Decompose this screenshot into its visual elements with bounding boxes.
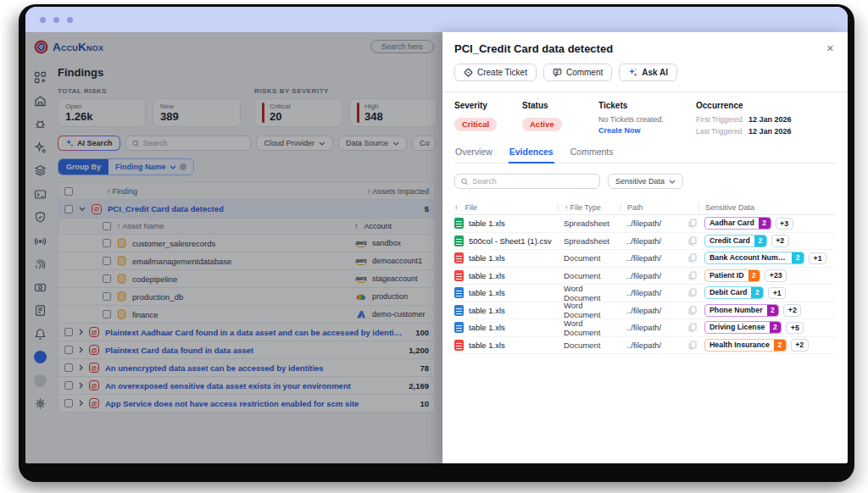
high-card[interactable]: High348: [349, 98, 437, 127]
col-file[interactable]: File: [465, 203, 478, 212]
evidence-search[interactable]: [454, 174, 600, 189]
more-tags-pill[interactable]: +3: [776, 218, 793, 230]
col-asset-name[interactable]: Asset Name: [123, 222, 164, 230]
finding-row[interactable]: @ An unencrypted data asset can be acces…: [58, 359, 435, 377]
col-sensitive-data[interactable]: Sensitive Data: [698, 203, 836, 212]
finding-row-expanded[interactable]: @ PCI_Credit Card data detected 5: [58, 200, 435, 219]
report-icon[interactable]: [34, 304, 47, 317]
terminal-icon[interactable]: [34, 188, 47, 201]
ai-sparkle-icon[interactable]: [34, 141, 47, 154]
evidence-row[interactable]: table 1.xls Document ../filepath/ Patien…: [454, 268, 836, 285]
tab-comments[interactable]: Comments: [570, 144, 615, 163]
row-checkbox[interactable]: [64, 346, 73, 354]
open-risks-card[interactable]: Open1.26k: [58, 98, 146, 127]
col-assets-impacted[interactable]: Assets Impacted: [372, 187, 429, 196]
row-checkbox[interactable]: [103, 310, 111, 319]
evidence-row[interactable]: table 1.xls Document ../filepath/ Bank A…: [454, 250, 836, 268]
asset-row[interactable]: customer_salesrecords sandbox: [58, 235, 435, 252]
chevron-right-icon[interactable]: [79, 364, 83, 371]
chevron-right-icon[interactable]: [79, 329, 83, 335]
col-path[interactable]: Path: [620, 203, 698, 212]
finding-row[interactable]: @ An overexposed sensitive data asset ex…: [58, 377, 435, 395]
row-checkbox[interactable]: [103, 274, 111, 283]
select-all-checkbox[interactable]: [64, 187, 73, 196]
more-tags-pill[interactable]: +23: [765, 269, 787, 282]
finding-name-link[interactable]: Plaintext Card data found in data asset: [105, 346, 253, 355]
asset-row[interactable]: production_db production: [58, 288, 435, 306]
copy-icon[interactable]: [688, 271, 697, 280]
create-now-link[interactable]: Create Now: [598, 126, 696, 135]
col-account[interactable]: Account: [364, 222, 392, 230]
findings-search[interactable]: [125, 136, 252, 151]
tab-overview[interactable]: Overview: [454, 144, 493, 163]
finding-row[interactable]: @ Plaintext Card data found in data asse…: [58, 341, 435, 359]
finding-name-link[interactable]: An unencrypted data asset can be accesse…: [105, 363, 324, 373]
row-checkbox[interactable]: [103, 239, 111, 247]
more-tags-pill[interactable]: +2: [783, 304, 801, 317]
row-checkbox[interactable]: [103, 257, 111, 265]
copy-icon[interactable]: [688, 253, 697, 263]
compliance-dropdown[interactable]: Co: [412, 136, 436, 151]
more-tags-pill[interactable]: +2: [791, 339, 809, 352]
finding-row[interactable]: @ App Service does not have access restr…: [58, 395, 435, 413]
finding-name-link[interactable]: App Service does not have access restric…: [105, 399, 359, 408]
copy-icon[interactable]: [688, 323, 697, 332]
evidence-row[interactable]: table 1.xls Spreadsheet ../filepath/ Aad…: [454, 215, 836, 233]
row-checkbox[interactable]: [64, 328, 73, 336]
row-checkbox[interactable]: [64, 399, 73, 407]
copy-icon[interactable]: [688, 236, 697, 246]
chevron-right-icon[interactable]: [79, 400, 83, 407]
row-checkbox[interactable]: [64, 381, 73, 390]
more-tags-pill[interactable]: +2: [771, 235, 789, 247]
ticket-icon[interactable]: [34, 281, 47, 294]
copy-icon[interactable]: [688, 219, 697, 228]
asset-row[interactable]: finance demo-customer: [58, 306, 435, 324]
brand[interactable]: AccuKnox: [34, 40, 103, 54]
select-all-assets-checkbox[interactable]: [103, 222, 111, 230]
ask-ai-button[interactable]: Ask AI: [619, 64, 677, 81]
bell-icon[interactable]: [34, 328, 47, 341]
col-file-type[interactable]: File Type: [570, 203, 601, 212]
finding-name-link[interactable]: An overexposed sensitive data asset exis…: [105, 381, 351, 391]
evidence-row[interactable]: table 1.xls Word Document ../filepath/ D…: [454, 319, 836, 337]
evidence-row[interactable]: table 1.xls Word Document ../filepath/ D…: [454, 285, 836, 302]
chevron-down-icon[interactable]: [79, 207, 86, 211]
row-checkbox[interactable]: [64, 363, 73, 372]
asset-row[interactable]: emailmanagementdatabase demoaccount1: [58, 252, 435, 270]
data-source-dropdown[interactable]: Data Source: [338, 136, 407, 151]
group-by-button[interactable]: Group By: [58, 159, 108, 174]
tab-evidences[interactable]: Evidences: [509, 144, 554, 163]
sensitive-data-dropdown[interactable]: Sensitive Data: [608, 174, 683, 189]
chevron-right-icon[interactable]: [79, 382, 83, 389]
critical-card[interactable]: Critical20: [254, 98, 342, 127]
row-checkbox[interactable]: [64, 205, 73, 213]
evidence-row[interactable]: 500col - Sheet1 (1).csv Spreadsheet ../f…: [454, 233, 836, 251]
finding-name-link[interactable]: PCI_Credit Card data detected: [108, 204, 224, 213]
ai-search-button[interactable]: AI Search: [58, 136, 120, 151]
global-search[interactable]: Search here: [370, 40, 434, 53]
settings-gear-icon[interactable]: [34, 397, 47, 410]
finding-name-link[interactable]: Plaintext Aadhaar Card found in a data a…: [105, 328, 403, 337]
more-tags-pill[interactable]: +1: [768, 287, 786, 300]
chevron-right-icon[interactable]: [79, 346, 83, 353]
new-risks-card[interactable]: New389: [153, 98, 241, 127]
create-ticket-button[interactable]: Create Ticket: [454, 64, 537, 81]
close-icon[interactable]: ✕: [825, 42, 836, 55]
copy-icon[interactable]: [688, 341, 697, 350]
evidence-row[interactable]: table 1.xls Document ../filepath/ Health…: [454, 337, 836, 355]
evidence-search-input[interactable]: [472, 177, 593, 186]
copy-icon[interactable]: [688, 288, 697, 297]
fingerprint-icon[interactable]: [34, 258, 47, 270]
group-by-value-dropdown[interactable]: Finding Name: [108, 159, 193, 174]
evidence-row[interactable]: table 1.xls Word Document ../filepath/ P…: [454, 302, 836, 320]
apps-icon[interactable]: [34, 71, 47, 84]
layers-icon[interactable]: [34, 164, 47, 177]
home-icon[interactable]: [34, 95, 47, 108]
avatar-muted-icon[interactable]: [34, 374, 47, 387]
finding-row[interactable]: @ Plaintext Aadhaar Card found in a data…: [58, 324, 435, 341]
col-finding[interactable]: Finding: [113, 187, 138, 196]
broadcast-icon[interactable]: [34, 235, 47, 247]
shield-check-icon[interactable]: [34, 211, 47, 224]
more-tags-pill[interactable]: +1: [809, 252, 826, 265]
findings-search-input[interactable]: [143, 139, 245, 147]
